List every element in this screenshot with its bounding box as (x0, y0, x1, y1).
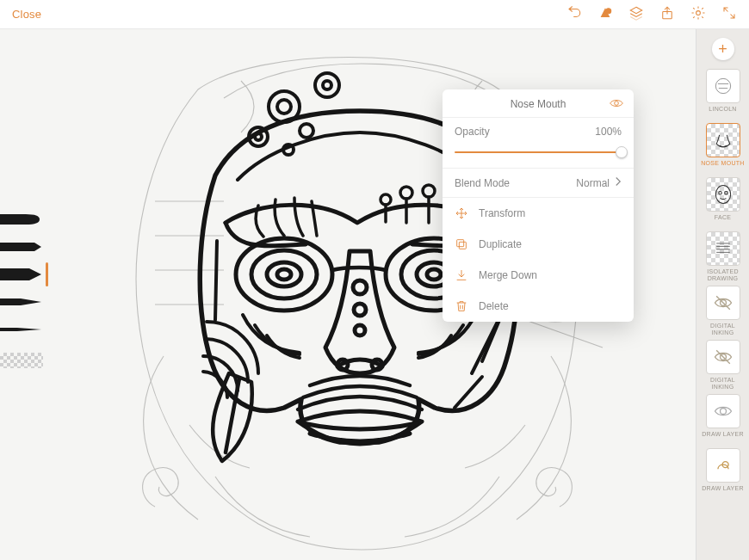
svg-point-2 (696, 10, 701, 15)
fullscreen-icon[interactable] (721, 5, 737, 24)
layers-icon[interactable] (628, 5, 644, 24)
svg-point-4 (269, 91, 300, 122)
topbar: Close (0, 0, 749, 29)
canvas[interactable]: Nose Mouth Opacity 100% Blend Mode (0, 29, 696, 560)
svg-rect-31 (457, 240, 464, 247)
layer-item[interactable]: NOSE MOUTH (700, 123, 746, 174)
transform-action[interactable]: Transform (443, 198, 634, 229)
layer-item[interactable]: FACE (700, 177, 746, 228)
gear-icon[interactable] (690, 5, 706, 24)
layer-item[interactable]: DIGITAL INKING (700, 286, 746, 336)
svg-point-30 (615, 102, 619, 106)
layer-label: DIGITAL INKING (700, 377, 746, 391)
top-actions (566, 5, 737, 24)
svg-point-19 (267, 262, 301, 286)
opacity-row: Opacity 100% (443, 118, 634, 145)
layer-label: DRAW LAYER (700, 485, 746, 499)
brush-chisel[interactable] (0, 265, 43, 284)
svg-point-10 (300, 124, 313, 138)
svg-point-35 (718, 192, 721, 194)
svg-point-12 (381, 194, 391, 205)
layer-item[interactable]: ISOLATED DRAWING (700, 231, 746, 282)
blend-mode-value: Normal (576, 177, 610, 189)
layer-label: FACE (700, 214, 746, 228)
transform-label: Transform (479, 207, 525, 219)
blend-mode-label: Blend Mode (455, 177, 510, 189)
brush-tray (0, 210, 50, 368)
svg-point-39 (720, 409, 726, 415)
opacity-value: 100% (595, 126, 622, 138)
svg-point-5 (277, 100, 291, 114)
undo-icon[interactable] (566, 5, 582, 24)
svg-point-6 (315, 73, 339, 97)
opacity-label: Opacity (455, 126, 490, 138)
delete-action[interactable]: Delete (443, 291, 634, 322)
svg-point-14 (423, 185, 435, 197)
brush-flat[interactable] (0, 237, 43, 256)
layer-label: LINCOLN (700, 106, 746, 120)
close-button[interactable]: Close (12, 8, 41, 21)
share-icon[interactable] (659, 5, 675, 24)
layer-label: DRAW LAYER (700, 431, 746, 445)
duplicate-action[interactable]: Duplicate (443, 229, 634, 260)
svg-point-9 (255, 133, 262, 140)
svg-rect-32 (459, 242, 466, 249)
add-layer-button[interactable]: + (712, 38, 734, 60)
layer-options-popover: Nose Mouth Opacity 100% Blend Mode (443, 89, 634, 322)
layer-item[interactable]: DRAW LAYER (700, 394, 746, 445)
popover-title: Nose Mouth (443, 89, 634, 117)
svg-point-24 (427, 269, 441, 280)
brush-fine[interactable] (0, 320, 43, 339)
svg-point-18 (251, 250, 317, 298)
duplicate-label: Duplicate (479, 238, 522, 250)
shapes-icon[interactable] (597, 5, 613, 24)
svg-point-20 (277, 269, 291, 280)
layer-label: ISOLATED DRAWING (700, 268, 746, 282)
merge-down-action[interactable]: Merge Down (443, 260, 634, 291)
visibility-icon[interactable] (610, 98, 623, 111)
merge-down-label: Merge Down (479, 269, 537, 281)
blend-mode-row[interactable]: Blend Mode Normal (443, 169, 634, 197)
svg-point-0 (606, 8, 611, 13)
chevron-right-icon (615, 176, 622, 189)
svg-point-13 (400, 187, 412, 199)
brush-round[interactable] (0, 210, 43, 229)
delete-label: Delete (479, 300, 509, 312)
layer-rail: + LINCOLN NOSE MOUTH FACE ISOLATED DRAWI… (696, 29, 749, 560)
svg-point-11 (283, 145, 294, 155)
layer-label: NOSE MOUTH (700, 160, 746, 174)
opacity-slider-thumb[interactable] (616, 146, 628, 158)
svg-point-36 (724, 192, 727, 194)
layer-item[interactable]: LINCOLN (700, 69, 746, 120)
layer-item[interactable]: DIGITAL INKING (700, 340, 746, 391)
opacity-slider[interactable] (455, 145, 622, 159)
svg-point-7 (323, 81, 331, 89)
layer-name-label: Nose Mouth (511, 98, 566, 110)
texture-swatch[interactable] (0, 353, 43, 368)
layer-label: DIGITAL INKING (700, 323, 746, 336)
svg-point-27 (355, 325, 365, 335)
svg-point-25 (353, 280, 367, 294)
layer-item[interactable]: DRAW LAYER (700, 448, 746, 499)
brush-pointed[interactable] (0, 292, 43, 311)
svg-point-33 (715, 78, 730, 93)
svg-point-34 (715, 186, 730, 204)
svg-point-26 (354, 304, 366, 316)
